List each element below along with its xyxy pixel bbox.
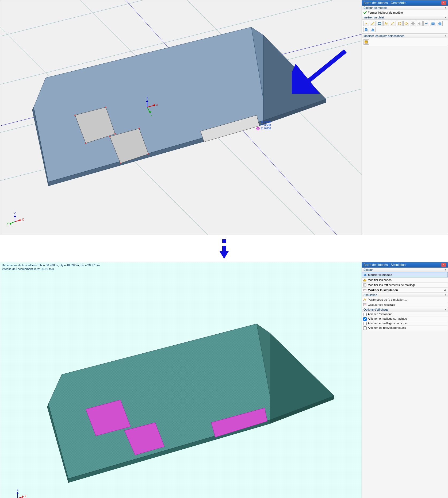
geometry-editor-window: X Y Z X: 5.000 Y: 0.500 Z: 0.000 (0, 0, 448, 235)
simulation-viewport[interactable]: Dimensions de la soufflerie: Dx = 66.788… (0, 262, 362, 498)
editor-item-refinements[interactable]: Modifier les raffinements de maillage (362, 283, 448, 288)
tool-point-icon[interactable] (363, 21, 369, 26)
sim-params[interactable]: Paramètres de la simulation… (362, 297, 448, 302)
close-icon[interactable]: ✕ (441, 1, 446, 5)
svg-point-52 (405, 23, 408, 24)
insert-toolbar (362, 20, 448, 34)
svg-rect-25 (120, 163, 121, 164)
editor-item-simulation[interactable]: Modifier la simulation ◄ (362, 288, 448, 293)
tool-surface-icon[interactable] (430, 21, 436, 26)
close-model-editor[interactable]: Fermer l'éditeur de modèle (362, 10, 448, 15)
svg-marker-84 (17, 492, 19, 493)
svg-text:X: X (156, 103, 158, 106)
svg-rect-21 (85, 143, 86, 144)
tool-poly-icon[interactable] (383, 21, 389, 26)
cursor-coords: X: 5.000 Y: 0.500 Z: 0.000 (261, 121, 271, 130)
svg-rect-101 (363, 303, 366, 306)
tool-box-icon[interactable] (437, 21, 443, 26)
close-icon[interactable]: ✕ (441, 263, 446, 267)
svg-marker-80 (22, 495, 24, 498)
taskpane-title: Barre des tâches - Simulation ✕ (362, 262, 448, 268)
mesh-refine-icon (363, 283, 367, 287)
svg-text:Y: Y (150, 114, 152, 117)
editor-item-model[interactable]: Modifier le modèle (362, 272, 448, 277)
tool-arc-icon[interactable] (390, 21, 396, 26)
tool-line-icon[interactable] (370, 21, 376, 26)
transition-arrow (0, 235, 448, 262)
taskpane-simulation: Barre des tâches - Simulation ✕ Éditeur▾… (362, 262, 448, 498)
tool-ring-icon[interactable] (410, 21, 416, 26)
svg-rect-18 (75, 115, 76, 116)
axis-triad: X Y Z (8, 485, 27, 498)
section-simulation[interactable]: Simulation▾ (362, 293, 448, 297)
svg-point-55 (418, 23, 421, 24)
svg-point-51 (398, 22, 401, 25)
svg-marker-96 (364, 279, 366, 280)
svg-rect-19 (105, 107, 106, 108)
svg-rect-50 (378, 22, 381, 25)
svg-rect-24 (148, 153, 149, 155)
section-editor[interactable]: Éditeur▾ (362, 268, 448, 272)
editor-item-zones[interactable]: Modifier les zones (362, 277, 448, 283)
svg-marker-60 (372, 28, 374, 31)
section-insert[interactable]: Insérer un objet▾ (362, 15, 448, 20)
tool-cone-icon[interactable] (370, 27, 376, 32)
svg-line-49 (372, 22, 374, 25)
tool-rect-icon[interactable] (377, 21, 382, 26)
section-editor[interactable]: Éditeur de modèle▾ (362, 6, 448, 10)
model-icon (363, 273, 367, 277)
svg-text:X: X (25, 495, 26, 498)
section-display[interactable]: Options d'affichage▾ (362, 307, 448, 312)
svg-rect-23 (139, 128, 140, 129)
tool-circle-icon[interactable] (397, 21, 403, 26)
tool-torus-icon[interactable] (417, 21, 423, 26)
svg-marker-65 (220, 251, 229, 259)
wind-tunnel-info: Dimensions de la soufflerie: Dx = 66.788… (2, 263, 100, 271)
svg-marker-94 (364, 274, 366, 276)
modify-toolbar (362, 38, 448, 46)
zones-icon (363, 278, 367, 282)
simulation-window: Dimensions de la soufflerie: Dx = 66.788… (0, 262, 448, 498)
svg-point-54 (412, 23, 413, 24)
annotation-arrow (292, 46, 351, 95)
svg-marker-40 (20, 219, 21, 221)
svg-point-56 (419, 23, 420, 24)
svg-line-38 (303, 51, 345, 86)
tool-ellipse-icon[interactable] (403, 21, 409, 26)
geometry-viewport[interactable]: X Y Z X: 5.000 Y: 0.500 Z: 0.000 (0, 0, 362, 235)
mesh-model (0, 262, 362, 498)
tool-cyl-icon[interactable] (363, 27, 369, 32)
display-history[interactable]: Afficher l'historique (362, 312, 448, 316)
checkbox[interactable] (363, 322, 367, 325)
svg-rect-20 (114, 133, 116, 134)
section-modify[interactable]: Modifier les objets sélectionnés▾ (362, 34, 448, 38)
svg-marker-42 (10, 222, 11, 225)
checkbox[interactable] (363, 313, 367, 316)
sim-icon (363, 288, 367, 292)
sim-calculate[interactable]: Calculer les résultats (362, 302, 448, 307)
display-point-probes[interactable]: Afficher les relevés ponctuels (362, 326, 448, 330)
chevron-left-icon: ◄ (443, 288, 446, 292)
svg-point-53 (412, 22, 414, 25)
svg-text:X: X (22, 218, 24, 221)
checkbox[interactable] (363, 317, 367, 321)
roof-model: X Y Z (0, 0, 362, 235)
svg-marker-9 (34, 27, 263, 182)
calculate-icon (363, 303, 367, 307)
svg-text:Z: Z (14, 212, 16, 215)
svg-rect-59 (365, 29, 367, 31)
svg-text:Z: Z (146, 97, 148, 100)
svg-text:Y: Y (7, 222, 9, 225)
taskpane-geometry: Barre des tâches - Géométrie ✕ Éditeur d… (362, 0, 448, 235)
svg-rect-61 (365, 41, 367, 43)
svg-rect-95 (363, 280, 366, 281)
svg-marker-44 (14, 215, 16, 217)
svg-point-36 (258, 128, 259, 129)
svg-rect-22 (109, 136, 110, 137)
tool-properties-icon[interactable] (363, 39, 369, 45)
display-volume-mesh[interactable]: Afficher le maillage volumique (362, 321, 448, 326)
tool-spline-icon[interactable] (423, 21, 429, 26)
svg-point-48 (366, 23, 367, 24)
display-surface-mesh[interactable]: Afficher le maillage surfacique (362, 316, 448, 321)
checkbox[interactable] (363, 326, 367, 330)
